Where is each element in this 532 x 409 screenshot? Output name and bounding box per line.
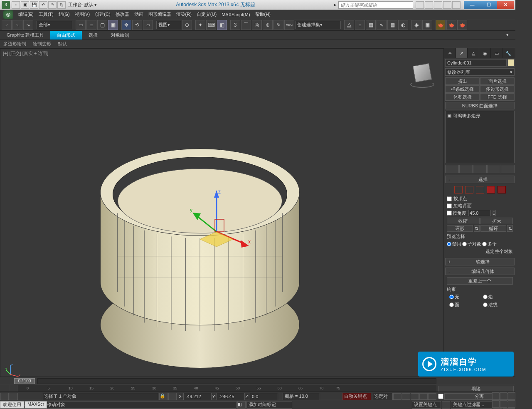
viewcube-ring-icon[interactable]	[410, 81, 434, 88]
fov-icon[interactable]	[492, 400, 500, 408]
help-search-input[interactable]	[338, 1, 413, 9]
ring-spinner-icon[interactable]: ⇅	[474, 225, 480, 232]
subtab-polydraw[interactable]: 多边形绘制	[0, 40, 30, 48]
layer-icon[interactable]: ▤	[366, 20, 376, 30]
viewcube-cube-icon[interactable]	[413, 63, 432, 82]
pan-icon[interactable]	[500, 400, 507, 408]
modbtn-patch-sel[interactable]: 面片选择	[480, 77, 515, 85]
pin-stack-icon[interactable]	[445, 165, 459, 173]
setkey-button[interactable]: 设置关键点	[412, 401, 441, 409]
add-time-tag[interactable]: 添加时间标记	[246, 401, 292, 409]
rotate-tool-icon[interactable]: ⟲	[132, 20, 142, 30]
preview-multi-radio[interactable]	[482, 242, 487, 246]
link-tool-icon[interactable]: ⟋	[2, 20, 12, 30]
unlink-tool-icon[interactable]: ⟍	[12, 20, 22, 30]
new-icon[interactable]: ▫	[12, 1, 20, 9]
rollout-softsel-header[interactable]: + 软选择	[445, 258, 515, 265]
zoom-icon[interactable]	[492, 392, 500, 400]
selected-combo[interactable]: 选定对	[372, 393, 393, 400]
constrain-normal-radio[interactable]	[483, 302, 488, 307]
dropdown-icon[interactable]	[452, 1, 461, 9]
rollout-selection-header[interactable]: - 选择	[445, 176, 515, 183]
autokey-button[interactable]: 自动关键点	[342, 393, 371, 400]
select-object-icon[interactable]: ▭	[76, 20, 86, 30]
menu-create[interactable]: 创建(C)	[95, 11, 110, 17]
by-vertex-checkbox[interactable]	[447, 196, 452, 201]
named-selection-combo[interactable]: 创建选择集 ▾	[295, 21, 341, 29]
close-button[interactable]: ✕	[497, 1, 514, 9]
maxscript-mini-icon[interactable]	[0, 393, 9, 400]
select-name-icon[interactable]: ≡	[86, 20, 96, 30]
viewport-perspective[interactable]: [+] [正交] [真实 + 边面]	[0, 48, 444, 384]
snap-toggle-icon[interactable]: ◧	[217, 20, 227, 30]
undo-icon[interactable]: ↶	[39, 1, 47, 9]
render-setup-icon[interactable]: ◉	[411, 20, 421, 30]
abc-icon[interactable]: ABC	[284, 20, 294, 30]
menu-edit[interactable]: 编辑(E)	[18, 11, 34, 17]
scale-tool-icon[interactable]: ▱	[143, 20, 153, 30]
motion-tab-icon[interactable]: ◉	[479, 48, 491, 58]
minimize-button[interactable]: —	[464, 1, 480, 9]
percent-snap-icon[interactable]: %	[252, 20, 262, 30]
ribbon-tab-paint[interactable]: 对象绘制	[104, 31, 136, 40]
constrain-none-radio[interactable]	[449, 295, 454, 299]
spinner-up-icon[interactable]: ▴	[492, 210, 496, 213]
modbtn-extrude[interactable]: 挤出	[445, 77, 480, 85]
show-end-result-icon[interactable]	[459, 165, 473, 173]
keyboard-shortcut-icon[interactable]: ⌨	[206, 20, 216, 30]
element-level-icon[interactable]	[498, 186, 506, 193]
ignore-backfacing-checkbox[interactable]	[447, 203, 452, 208]
material-editor-icon[interactable]: ◐	[398, 20, 408, 30]
curve-editor-icon[interactable]: ∿	[377, 20, 387, 30]
binoculars-icon[interactable]	[416, 1, 424, 9]
constrain-edge-radio[interactable]	[483, 295, 488, 299]
next-frame-icon[interactable]	[419, 393, 428, 400]
app-icon[interactable]: 3	[2, 1, 10, 9]
open-icon[interactable]: ▣	[21, 1, 29, 9]
maxscript-tab[interactable]: MAXScr	[25, 401, 47, 409]
by-angle-checkbox[interactable]	[447, 211, 452, 216]
goto-end-icon[interactable]	[428, 393, 436, 400]
star2-icon[interactable]	[434, 1, 442, 9]
star-icon[interactable]	[425, 1, 433, 9]
angle-snap-icon[interactable]: ⌒	[241, 20, 251, 30]
remove-modifier-icon[interactable]	[487, 165, 501, 173]
expand-icon[interactable]: ▣	[447, 113, 451, 119]
bind-tool-icon[interactable]: ∿	[23, 20, 33, 30]
time-slider-thumb[interactable]: 0 / 100	[14, 378, 35, 384]
make-unique-icon[interactable]	[473, 165, 487, 173]
render-production-icon[interactable]: 🫖	[436, 20, 446, 30]
constrain-face-radio[interactable]	[449, 302, 454, 307]
border-level-icon[interactable]	[476, 186, 484, 193]
display-tab-icon[interactable]: ▭	[491, 48, 502, 58]
maximize-button[interactable]: ☐	[480, 1, 497, 9]
zoom-all-icon[interactable]	[500, 392, 507, 400]
ribbon-expand-icon[interactable]: ▾	[500, 31, 515, 40]
create-tab-icon[interactable]: ✳	[444, 48, 456, 58]
modbtn-poly-sel[interactable]: 多边形选择	[480, 85, 515, 93]
subtab-paintdeform[interactable]: 绘制变形	[30, 40, 54, 48]
coord-y-input[interactable]: -246.45	[217, 393, 245, 400]
menu-rendering[interactable]: 渲染(R)	[176, 11, 192, 17]
preserve-uv-checkbox[interactable]	[438, 394, 443, 399]
zoom-extents-icon[interactable]	[508, 392, 515, 400]
manipulate-icon[interactable]: ✦	[195, 20, 205, 30]
render-last-icon[interactable]: 🫖	[457, 20, 467, 30]
loop-button[interactable]: 循环	[480, 225, 507, 232]
modbtn-vol-sel[interactable]: 体积选择	[445, 93, 480, 101]
schematic-icon[interactable]: ▦	[387, 20, 397, 30]
preview-subobj-radio[interactable]	[462, 242, 467, 246]
app-menu-button[interactable]: ⊚	[3, 10, 13, 19]
selection-filter-combo[interactable]: 全部 ▾	[37, 21, 72, 29]
play-icon[interactable]	[411, 393, 419, 400]
subtab-default[interactable]: 默认	[54, 40, 70, 48]
lock-selection-icon[interactable]: 🔒	[159, 393, 167, 400]
pivot-icon[interactable]: ⊙	[182, 20, 192, 30]
menu-tools[interactable]: 工具(T)	[39, 11, 54, 17]
spinner-down-icon[interactable]: ▾	[492, 213, 496, 216]
refcoord-combo[interactable]: 视图 ▾	[156, 21, 181, 29]
key-filters-button[interactable]: 关键点过滤器...	[451, 401, 493, 409]
time-slider[interactable]: 0 / 100	[0, 377, 515, 385]
modbtn-ffd-sel[interactable]: FFD 选择	[480, 93, 515, 101]
object-color-swatch[interactable]	[507, 59, 515, 67]
